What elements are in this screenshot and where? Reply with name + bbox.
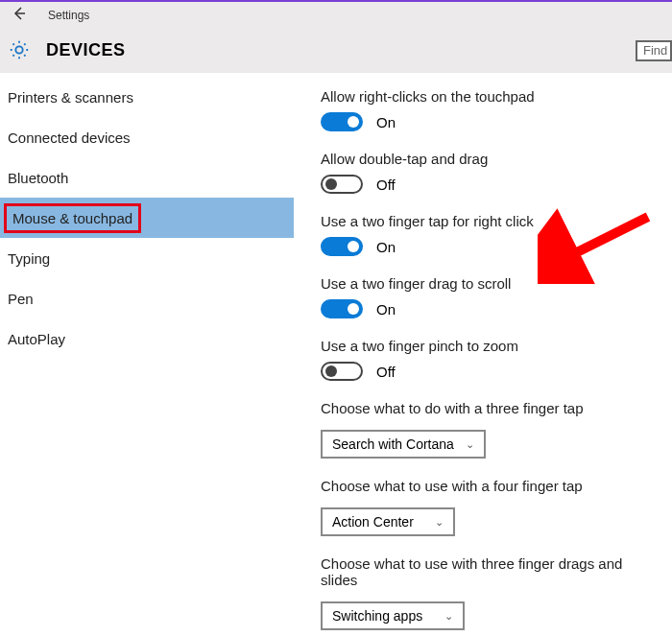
sidebar-item-autoplay[interactable]: AutoPlay <box>0 318 294 359</box>
setting-two-finger-right-click: Use a two finger tap for right click On <box>321 213 653 256</box>
setting-label: Use a two finger pinch to zoom <box>321 338 653 354</box>
sidebar-item-mouse-touchpad[interactable]: Mouse & touchpad <box>0 198 294 238</box>
sidebar-item-pen[interactable]: Pen <box>0 278 294 318</box>
settings-window: Settings DEVICES Find Printers & scanner… <box>0 0 672 636</box>
toggle-double-tap-drag[interactable] <box>321 175 363 194</box>
toggle-state-text: On <box>376 114 396 130</box>
chevron-down-icon: ⌄ <box>435 516 444 529</box>
toggle-state-text: Off <box>376 364 396 380</box>
sidebar-item-typing[interactable]: Typing <box>0 238 294 278</box>
find-input[interactable]: Find <box>636 40 672 61</box>
toggle-state-text: On <box>376 301 396 318</box>
gear-icon <box>8 38 31 61</box>
settings-panel: Allow right-clicks on the touchpad On Al… <box>294 73 672 636</box>
back-arrow-icon <box>12 6 27 21</box>
setting-two-finger-zoom: Use a two finger pinch to zoom Off <box>321 338 653 381</box>
combo-value: Action Center <box>332 514 414 530</box>
sidebar-item-label: Bluetooth <box>8 170 68 186</box>
combo-four-finger-tap[interactable]: Action Center ⌄ <box>321 507 455 536</box>
toggle-two-finger-right-click[interactable] <box>321 237 363 256</box>
chevron-down-icon: ⌄ <box>444 610 453 623</box>
sidebar: Printers & scanners Connected devices Bl… <box>0 73 294 636</box>
chevron-down-icon: ⌄ <box>466 438 474 451</box>
setting-label: Allow double-tap and drag <box>321 151 653 167</box>
setting-four-finger-tap: Choose what to use with a four finger ta… <box>321 478 653 536</box>
content-area: Printers & scanners Connected devices Bl… <box>0 73 672 636</box>
sidebar-item-connected-devices[interactable]: Connected devices <box>0 117 294 157</box>
setting-label: Choose what to do with a three finger ta… <box>321 400 653 416</box>
toggle-allow-right-clicks[interactable] <box>321 112 363 131</box>
combo-value: Switching apps <box>332 608 422 624</box>
setting-label: Use a two finger tap for right click <box>321 213 653 229</box>
sidebar-item-label: Connected devices <box>8 130 131 146</box>
combo-three-finger-drags[interactable]: Switching apps ⌄ <box>321 601 465 630</box>
back-button[interactable] <box>8 6 31 25</box>
sidebar-item-label: Typing <box>8 250 50 267</box>
sidebar-item-label: Mouse & touchpad <box>4 203 141 233</box>
toggle-two-finger-scroll[interactable] <box>321 299 363 318</box>
page-title: DEVICES <box>46 40 126 60</box>
combo-value: Search with Cortana <box>332 436 454 452</box>
toggle-state-text: Off <box>376 177 396 193</box>
setting-label: Allow right-clicks on the touchpad <box>321 88 653 105</box>
setting-label: Choose what to use with three finger dra… <box>321 555 653 588</box>
setting-three-finger-tap: Choose what to do with a three finger ta… <box>321 400 653 459</box>
setting-allow-right-clicks: Allow right-clicks on the touchpad On <box>321 88 653 131</box>
toggle-state-text: On <box>376 239 396 255</box>
setting-double-tap-drag: Allow double-tap and drag Off <box>321 151 653 194</box>
header: DEVICES <box>0 29 672 71</box>
sidebar-item-label: Pen <box>8 291 34 307</box>
toggle-two-finger-zoom[interactable] <box>321 362 363 381</box>
sidebar-item-label: Printers & scanners <box>8 89 133 106</box>
setting-three-finger-drags: Choose what to use with three finger dra… <box>321 555 653 630</box>
sidebar-item-bluetooth[interactable]: Bluetooth <box>0 157 294 198</box>
titlebar: Settings <box>0 2 672 29</box>
sidebar-item-label: AutoPlay <box>8 331 65 347</box>
sidebar-item-printers-scanners[interactable]: Printers & scanners <box>0 77 294 117</box>
combo-three-finger-tap[interactable]: Search with Cortana ⌄ <box>321 430 486 459</box>
setting-two-finger-scroll: Use a two finger drag to scroll On <box>321 275 653 318</box>
setting-label: Choose what to use with a four finger ta… <box>321 478 653 494</box>
setting-label: Use a two finger drag to scroll <box>321 275 653 292</box>
window-title: Settings <box>48 9 89 22</box>
